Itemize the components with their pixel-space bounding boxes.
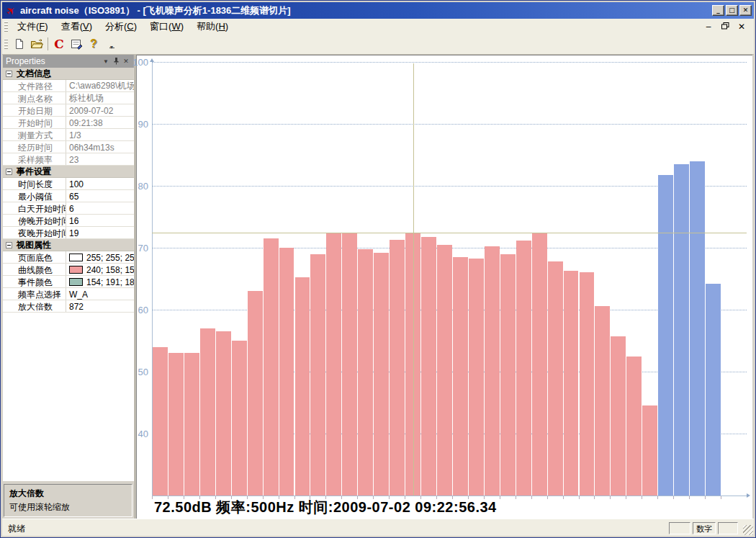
property-row[interactable]: 采样频率23 [3, 153, 134, 166]
spectrum-bar[interactable] [485, 246, 500, 496]
property-group-header[interactable]: 文档信息 [3, 68, 134, 80]
spectrum-bar[interactable] [200, 328, 215, 496]
property-row[interactable]: 测量方式1/3 [3, 129, 134, 141]
menu-item-window[interactable]: 窗口(W) [143, 19, 190, 35]
collapse-icon[interactable] [6, 169, 12, 175]
property-row[interactable]: 经历时间06h34m13s [3, 141, 134, 153]
event-bar[interactable] [674, 164, 689, 496]
property-row[interactable]: 开始时间09:21:38 [3, 117, 134, 129]
property-value[interactable]: 154; 191; 18 [66, 276, 134, 287]
mdi-close-button[interactable]: ✕ [737, 22, 747, 31]
spectrum-bar[interactable] [358, 249, 373, 496]
help-button[interactable]: ? [85, 36, 102, 52]
property-value[interactable]: 240; 158; 15 [66, 264, 134, 275]
menu-item-view[interactable]: 查看(V) [55, 19, 99, 35]
spectrum-bar[interactable] [516, 241, 531, 496]
property-row[interactable]: 时间长度100 [3, 178, 134, 190]
property-group-header[interactable]: 事件设置 [3, 166, 134, 178]
spectrum-bar[interactable] [168, 353, 184, 496]
status-cell [669, 522, 690, 534]
spectrum-bar[interactable] [153, 347, 168, 496]
mdi-minimize-button[interactable]: – [703, 22, 714, 31]
property-value[interactable]: 栎社机场 [66, 92, 134, 104]
spectrum-bar[interactable] [248, 291, 263, 496]
property-value[interactable]: C:\awa6298\机场 [66, 80, 134, 91]
toolbar-overflow-button[interactable]: ▼ [107, 36, 117, 52]
spectrum-bar[interactable] [326, 233, 341, 496]
property-value[interactable]: 2009-07-02 [66, 104, 134, 116]
menu-grip-handle[interactable] [4, 22, 8, 32]
property-row[interactable]: 开始日期2009-07-02 [3, 104, 134, 117]
property-row[interactable]: 放大倍数872 [3, 300, 134, 313]
spectrum-bar[interactable] [421, 237, 436, 496]
property-row[interactable]: 白天开始时间6 [3, 202, 134, 215]
property-row[interactable]: 文件路径C:\awa6298\机场 [3, 80, 134, 92]
spectrum-bar[interactable] [437, 245, 452, 496]
property-row[interactable]: 傍晚开始时间16 [3, 215, 134, 227]
property-row[interactable]: 测点名称栎社机场 [3, 92, 134, 104]
spectrum-bar[interactable] [184, 353, 199, 496]
panel-menu-dropdown[interactable]: ▼ [101, 58, 111, 65]
minimize-button[interactable]: _ [712, 5, 724, 16]
spectrum-bar[interactable] [264, 238, 279, 496]
menu-item-analysis[interactable]: 分析(C) [99, 19, 143, 35]
new-document-button[interactable] [11, 36, 28, 52]
open-file-button[interactable] [28, 36, 45, 52]
property-row[interactable]: 页面底色255; 255; 25 [3, 251, 134, 264]
spectrum-bar[interactable] [310, 254, 325, 496]
spectrum-bar[interactable] [532, 233, 547, 496]
toolbar-grip-handle[interactable] [4, 39, 8, 49]
spectrum-bar[interactable] [595, 306, 610, 496]
close-button[interactable]: ✕ [739, 5, 752, 16]
property-row[interactable]: 事件颜色154; 191; 18 [3, 276, 134, 288]
spectrum-bar[interactable] [580, 272, 595, 496]
collapse-icon[interactable] [6, 242, 12, 248]
property-value[interactable]: 65 [66, 190, 134, 202]
spectrum-bar[interactable] [390, 240, 405, 496]
spectrum-bar[interactable] [232, 341, 247, 496]
property-value[interactable]: 6 [66, 202, 134, 214]
pin-icon[interactable] [111, 57, 121, 66]
spectrum-bar[interactable] [374, 253, 389, 496]
property-row[interactable]: 夜晚开始时间19 [3, 227, 134, 239]
property-value[interactable]: 255; 255; 25 [66, 251, 134, 263]
property-row[interactable]: 最小阈值65 [3, 190, 134, 202]
spectrum-chart[interactable]: 72.50dB 频率:500Hz 时间:2009-07-02 09:22:56.… [136, 55, 752, 520]
spectrum-bar[interactable] [342, 233, 357, 496]
spectrum-bar[interactable] [279, 248, 294, 496]
menu-item-help[interactable]: 帮助(H) [190, 19, 235, 35]
spectrum-bar[interactable] [548, 261, 563, 496]
spectrum-bar[interactable] [611, 336, 626, 496]
spectrum-bar[interactable] [453, 257, 468, 496]
properties-dialog-button[interactable] [68, 36, 85, 52]
property-value[interactable]: 06h34m13s [66, 141, 134, 153]
property-sheet-icon [71, 38, 83, 50]
spectrum-bar[interactable] [295, 277, 310, 496]
property-value[interactable]: 19 [66, 227, 134, 238]
spectrum-bar[interactable] [500, 254, 516, 496]
spectrum-bar[interactable] [626, 357, 642, 496]
property-value[interactable]: 16 [66, 215, 134, 226]
property-value[interactable]: 09:21:38 [66, 117, 134, 128]
menu-item-file[interactable]: 文件(F) [11, 19, 55, 35]
property-group-header[interactable]: 视图属性 [3, 239, 134, 251]
property-value[interactable]: 872 [66, 300, 134, 312]
event-bar[interactable] [706, 284, 721, 496]
spectrum-bar[interactable] [216, 331, 231, 496]
property-value[interactable]: 1/3 [66, 129, 134, 140]
property-row[interactable]: 频率点选择W_A [3, 288, 134, 300]
event-bar[interactable] [658, 175, 673, 496]
spectrum-bar[interactable] [564, 271, 579, 496]
resize-grip[interactable] [743, 525, 753, 535]
event-bar[interactable] [690, 161, 705, 496]
spectrum-bar[interactable] [469, 259, 484, 496]
property-row[interactable]: 曲线颜色240; 158; 15 [3, 264, 134, 276]
mdi-restore-icon[interactable] [720, 22, 730, 31]
property-value[interactable]: 100 [66, 178, 134, 189]
maximize-button[interactable]: □ [726, 5, 738, 16]
c-weighting-button[interactable]: C [50, 36, 68, 52]
spectrum-bar[interactable] [642, 405, 657, 496]
property-value[interactable]: W_A [66, 288, 134, 300]
property-value[interactable]: 23 [66, 153, 134, 165]
collapse-icon[interactable] [6, 71, 12, 77]
